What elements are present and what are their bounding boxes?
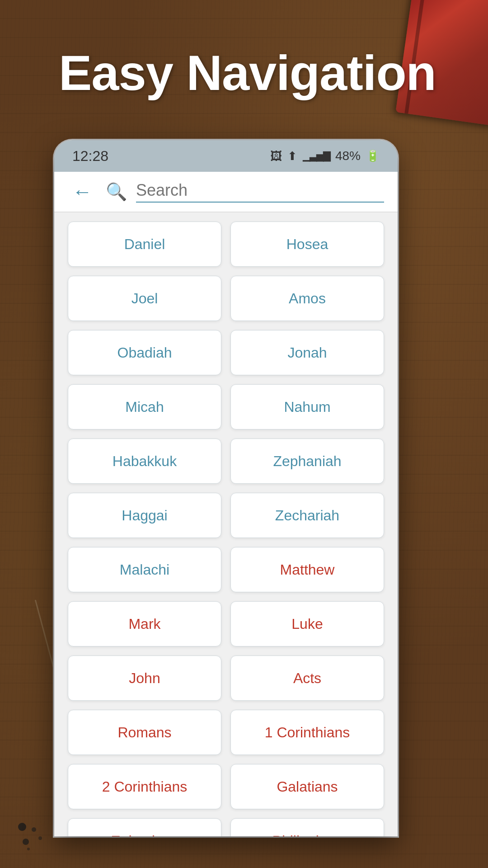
- books-row: HabakkukZephaniah: [68, 439, 384, 484]
- search-bar: ← 🔍: [54, 172, 398, 212]
- book-button-ephesians[interactable]: Ephesians: [68, 818, 221, 836]
- books-row: JoelAmos: [68, 276, 384, 321]
- book-button-habakkuk[interactable]: Habakkuk: [68, 439, 221, 484]
- book-button-romans[interactable]: Romans: [68, 710, 221, 755]
- status-icons: 🖼 ⬆ ▁▃▅▇ 48% 🔋: [270, 149, 380, 163]
- upload-icon: ⬆: [287, 149, 297, 163]
- books-row: ObadiahJonah: [68, 330, 384, 375]
- books-grid: DanielHoseaJoelAmosObadiahJonahMicahNahu…: [54, 212, 398, 836]
- photo-icon: 🖼: [270, 149, 282, 163]
- back-button[interactable]: ←: [68, 176, 97, 208]
- book-button-luke[interactable]: Luke: [230, 601, 384, 646]
- books-row: MalachiMatthew: [68, 547, 384, 592]
- page-title: Easy Navigation: [59, 45, 488, 100]
- book-button-daniel[interactable]: Daniel: [68, 222, 221, 267]
- app-content: ← 🔍 DanielHoseaJoelAmosObadiahJonahMicah…: [54, 172, 398, 836]
- books-row: EphesiansPhilippians: [68, 818, 384, 836]
- book-button-2-corinthians[interactable]: 2 Corinthians: [68, 764, 221, 809]
- book-button-obadiah[interactable]: Obadiah: [68, 330, 221, 375]
- books-row: Romans1 Corinthians: [68, 710, 384, 755]
- battery-icon: 🔋: [366, 150, 380, 162]
- book-button-1-corinthians[interactable]: 1 Corinthians: [230, 710, 384, 755]
- books-row: HaggaiZechariah: [68, 493, 384, 538]
- header-title-area: Easy Navigation: [0, 45, 488, 100]
- books-row: MicahNahum: [68, 384, 384, 429]
- book-button-acts[interactable]: Acts: [230, 656, 384, 701]
- search-input[interactable]: [136, 181, 384, 203]
- book-button-haggai[interactable]: Haggai: [68, 493, 221, 538]
- book-button-amos[interactable]: Amos: [230, 276, 384, 321]
- book-button-micah[interactable]: Micah: [68, 384, 221, 429]
- battery-label: 48%: [335, 149, 361, 163]
- book-button-philippians[interactable]: Philippians: [230, 818, 384, 836]
- status-bar: 12:28 🖼 ⬆ ▁▃▅▇ 48% 🔋: [54, 140, 398, 172]
- book-button-matthew[interactable]: Matthew: [230, 547, 384, 592]
- books-row: 2 CorinthiansGalatians: [68, 764, 384, 809]
- book-button-zechariah[interactable]: Zechariah: [230, 493, 384, 538]
- search-icon: 🔍: [106, 182, 127, 202]
- books-row: MarkLuke: [68, 601, 384, 646]
- book-button-hosea[interactable]: Hosea: [230, 222, 384, 267]
- book-button-zephaniah[interactable]: Zephaniah: [230, 439, 384, 484]
- book-button-joel[interactable]: Joel: [68, 276, 221, 321]
- book-button-john[interactable]: John: [68, 656, 221, 701]
- signal-icon: ▁▃▅▇: [303, 150, 330, 162]
- book-button-jonah[interactable]: Jonah: [230, 330, 384, 375]
- books-row: DanielHosea: [68, 222, 384, 267]
- status-time: 12:28: [72, 148, 108, 165]
- book-button-mark[interactable]: Mark: [68, 601, 221, 646]
- phone-mockup: 12:28 🖼 ⬆ ▁▃▅▇ 48% 🔋 ← 🔍 DanielHoseaJoel…: [54, 140, 398, 836]
- book-button-nahum[interactable]: Nahum: [230, 384, 384, 429]
- book-button-galatians[interactable]: Galatians: [230, 764, 384, 809]
- book-button-malachi[interactable]: Malachi: [68, 547, 221, 592]
- books-row: JohnActs: [68, 656, 384, 701]
